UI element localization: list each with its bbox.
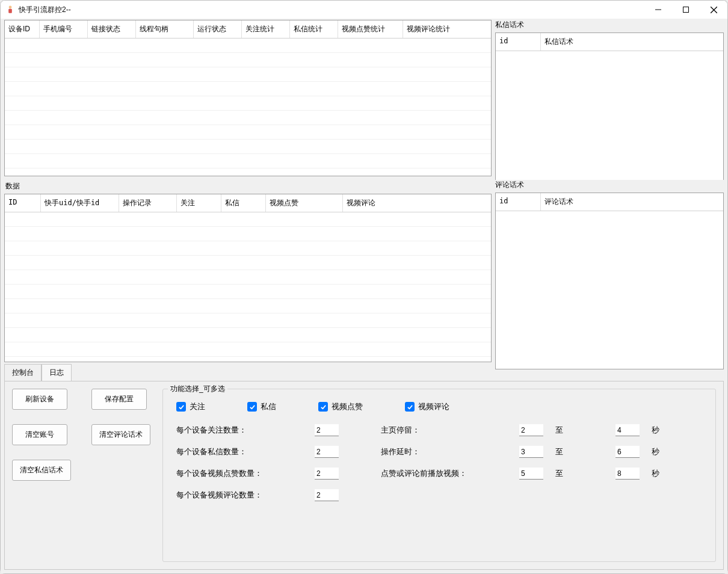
refresh-devices-button[interactable]: 刷新设备 <box>12 389 67 410</box>
col-follow[interactable]: 关注 <box>177 194 221 212</box>
input-home-delay-min[interactable] <box>519 424 543 436</box>
checkbox-like-label: 视频点赞 <box>332 401 363 412</box>
table-row[interactable] <box>5 328 491 342</box>
table-row[interactable] <box>5 212 491 227</box>
table-row[interactable] <box>5 285 491 299</box>
col-thread-handle[interactable]: 线程句柄 <box>136 20 194 38</box>
pm-script-panel: 私信话术 id 私信话术 <box>495 20 724 176</box>
label-sec: 秒 <box>652 446 706 457</box>
device-table[interactable]: 设备ID 手机编号 链接状态 线程句柄 运行状态 关注统计 私信统计 视频点赞统… <box>4 20 492 176</box>
col-run-state[interactable]: 运行状态 <box>194 20 242 38</box>
checkbox-comment-label: 视频评论 <box>418 401 449 412</box>
col-pm[interactable]: 私信 <box>221 194 266 212</box>
check-icon <box>247 402 257 412</box>
minimize-button[interactable] <box>644 1 672 19</box>
device-table-body <box>5 39 491 168</box>
comment-script-title: 评论话术 <box>495 180 724 193</box>
clear-pm-script-button[interactable]: 清空私信话术 <box>12 460 71 481</box>
checkbox-comment[interactable]: 视频评论 <box>405 401 449 412</box>
button-column: 刷新设备 保存配置 清空账号 清空评论话术 清空私信话术 <box>12 389 150 562</box>
table-row[interactable] <box>5 227 491 241</box>
table-row[interactable] <box>5 256 491 270</box>
input-pm-count[interactable] <box>315 446 339 458</box>
pm-script-title: 私信话术 <box>495 20 724 32</box>
app-window: 快手引流群控2-- 设备ID 手机编号 链接状态 线程句柄 运行状态 关注统计 <box>0 0 728 574</box>
checkbox-follow-label: 关注 <box>190 401 205 412</box>
col-cm-id[interactable]: id <box>496 193 541 211</box>
label-comment-count: 每个设备视频评论数量： <box>176 490 309 501</box>
col-phone-no[interactable]: 手机编号 <box>40 20 88 38</box>
col-pm-stat[interactable]: 私信统计 <box>290 20 338 38</box>
comment-script-table[interactable]: id 评论话术 <box>495 193 724 369</box>
table-row[interactable] <box>5 342 491 357</box>
pm-script-table[interactable]: id 私信话术 <box>495 32 724 185</box>
label-home-delay: 主页停留： <box>381 425 513 436</box>
clear-comment-script-button[interactable]: 清空评论话术 <box>91 424 150 445</box>
titlebar: 快手引流群控2-- <box>1 1 727 19</box>
input-like-count[interactable] <box>315 468 339 480</box>
input-play-max[interactable] <box>615 468 640 480</box>
check-icon <box>405 402 415 412</box>
col-id[interactable]: ID <box>5 194 41 212</box>
checkbox-follow[interactable]: 关注 <box>176 401 205 412</box>
col-device-id[interactable]: 设备ID <box>5 20 40 38</box>
label-follow-count: 每个设备关注数量： <box>176 425 309 436</box>
svg-rect-1 <box>8 9 12 13</box>
svg-point-0 <box>9 6 12 9</box>
input-play-min[interactable] <box>519 468 543 480</box>
checkbox-pm[interactable]: 私信 <box>247 401 276 412</box>
col-ks-uid[interactable]: 快手uid/快手id <box>41 194 119 212</box>
input-op-delay-min[interactable] <box>519 446 543 458</box>
comment-script-panel: 评论话术 id 评论话术 <box>495 180 724 360</box>
table-row[interactable] <box>5 270 491 285</box>
device-table-header: 设备ID 手机编号 链接状态 线程句柄 运行状态 关注统计 私信统计 视频点赞统… <box>5 20 491 39</box>
label-like-count: 每个设备视频点赞数量： <box>176 468 309 479</box>
input-comment-count[interactable] <box>315 489 339 501</box>
data-table[interactable]: ID 快手uid/快手id 操作记录 关注 私信 视频点赞 视频评论 <box>4 194 492 362</box>
maximize-button[interactable] <box>672 1 700 19</box>
tab-log[interactable]: 日志 <box>42 364 72 381</box>
col-follow-stat[interactable]: 关注统计 <box>242 20 290 38</box>
function-group: 功能选择_可多选 关注 私信 视频点赞 <box>162 389 716 562</box>
table-row[interactable] <box>5 67 491 82</box>
checkbox-like[interactable]: 视频点赞 <box>318 401 363 412</box>
label-play-before: 点赞或评论前播放视频： <box>381 468 513 479</box>
table-row[interactable] <box>5 241 491 256</box>
col-op-record[interactable]: 操作记录 <box>119 194 177 212</box>
console-tabpanel: 刷新设备 保存配置 清空账号 清空评论话术 清空私信话术 功能选择_可多选 <box>4 381 724 570</box>
label-pm-count: 每个设备私信数量： <box>176 446 309 457</box>
label-sec: 秒 <box>652 468 706 479</box>
app-icon <box>5 5 15 14</box>
table-row[interactable] <box>5 53 491 67</box>
function-group-title: 功能选择_可多选 <box>168 384 227 394</box>
table-row[interactable] <box>5 313 491 328</box>
col-comment-stat[interactable]: 视频评论统计 <box>403 20 491 38</box>
col-pm-text[interactable]: 私信话术 <box>541 33 723 51</box>
label-to: 至 <box>555 446 609 457</box>
label-sec: 秒 <box>652 425 706 436</box>
col-like-stat[interactable]: 视频点赞统计 <box>338 20 403 38</box>
col-conn-state[interactable]: 链接状态 <box>88 20 136 38</box>
table-row[interactable] <box>5 299 491 313</box>
input-op-delay-max[interactable] <box>615 446 640 458</box>
clear-account-button[interactable]: 清空账号 <box>12 424 67 445</box>
table-row[interactable] <box>5 82 491 96</box>
col-video-comment[interactable]: 视频评论 <box>343 194 491 212</box>
col-pm-id[interactable]: id <box>496 33 541 51</box>
col-cm-text[interactable]: 评论话术 <box>541 193 723 211</box>
table-row[interactable] <box>5 96 491 111</box>
table-row[interactable] <box>5 154 491 168</box>
save-config-button[interactable]: 保存配置 <box>91 389 147 410</box>
tab-console[interactable]: 控制台 <box>4 364 42 381</box>
content-area: 设备ID 手机编号 链接状态 线程句柄 运行状态 关注统计 私信统计 视频点赞统… <box>1 19 727 573</box>
col-video-like[interactable]: 视频点赞 <box>266 194 343 212</box>
table-row[interactable] <box>5 125 491 140</box>
input-follow-count[interactable] <box>315 424 339 436</box>
bottom-panel: 控制台 日志 刷新设备 保存配置 清空账号 清空评论话术 清空私信话术 <box>4 364 724 570</box>
table-row[interactable] <box>5 111 491 125</box>
close-button[interactable] <box>700 1 727 19</box>
table-row[interactable] <box>5 140 491 154</box>
table-row[interactable] <box>5 39 491 53</box>
input-home-delay-max[interactable] <box>615 424 640 436</box>
svg-rect-3 <box>683 7 689 13</box>
